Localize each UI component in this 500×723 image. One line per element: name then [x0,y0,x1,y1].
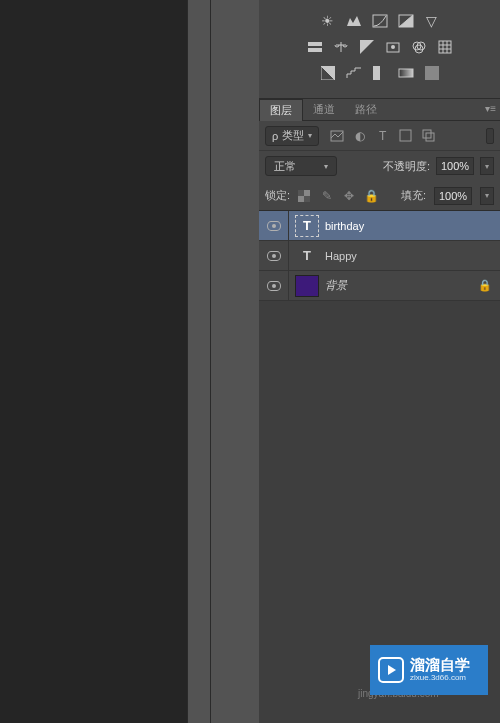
lookup-icon[interactable] [436,38,454,56]
svg-rect-10 [439,41,451,53]
filter-kind-label: 类型 [282,128,304,143]
panel-tabs: 图层 通道 路径 ▾≡ [259,99,500,121]
panel-divider [211,0,259,723]
layer-row[interactable]: 背景 🔒 [259,271,500,301]
bw-icon[interactable] [358,38,376,56]
svg-rect-17 [400,130,411,141]
layers-panel: ρ 类型 ▾ ◐ T 正常 ▾ 不透明度: 100% ▾ 锁定: [259,121,500,723]
adjustments-panel: ☀ ▽ [259,0,500,99]
lock-label: 锁定: [265,188,290,203]
visibility-toggle-icon[interactable] [267,221,281,231]
opacity-input[interactable]: 100% [436,157,474,175]
filter-adjust-icon[interactable]: ◐ [352,128,367,143]
tab-paths[interactable]: 路径 [345,99,387,120]
photo-filter-icon[interactable] [384,38,402,56]
levels-icon[interactable] [345,12,363,30]
panels-container: ☀ ▽ 图层 通道 路径 ▾≡ ρ [259,0,500,723]
filter-toggle[interactable] [486,128,494,144]
blend-mode-value: 正常 [274,159,296,174]
opacity-label: 不透明度: [383,159,430,174]
logo-main-text: 溜溜自学 [410,657,470,674]
opacity-chevron-icon[interactable]: ▾ [480,157,494,175]
gradient-map-icon[interactable] [397,64,415,82]
lock-row: 锁定: ✎ ✥ 🔒 填充: 100% ▾ [259,181,500,211]
filter-smart-icon[interactable] [421,128,436,143]
layer-thumbnail-text-icon: T [295,215,319,237]
play-icon [378,657,404,683]
svg-rect-18 [423,130,431,138]
blend-mode-select[interactable]: 正常 ▾ [265,156,337,176]
visibility-toggle-icon[interactable] [267,251,281,261]
filter-shape-icon[interactable] [398,128,413,143]
lock-pixels-icon[interactable]: ✎ [320,189,334,203]
search-icon: ρ [272,130,278,142]
chevron-down-icon: ▾ [324,162,328,171]
lock-icon: 🔒 [478,279,492,292]
layer-row[interactable]: T birthday [259,211,500,241]
layer-name[interactable]: birthday [325,220,500,232]
vibrance-icon[interactable]: ▽ [423,12,441,30]
svg-rect-19 [426,133,434,141]
layer-name[interactable]: Happy [325,250,500,262]
filter-text-icon[interactable]: T [375,128,390,143]
exposure-icon[interactable] [397,12,415,30]
visibility-toggle-icon[interactable] [267,281,281,291]
fill-chevron-icon[interactable]: ▾ [480,187,494,205]
svg-rect-14 [399,69,413,77]
filter-kind-select[interactable]: ρ 类型 ▾ [265,126,319,146]
curves-icon[interactable] [371,12,389,30]
logo-badge: 溜溜自学 zixue.3d66.com [370,645,488,695]
svg-rect-3 [308,46,322,48]
canvas-scrollbar[interactable] [187,0,211,723]
balance-icon[interactable] [332,38,350,56]
hue-icon[interactable] [306,38,324,56]
lock-transparent-icon[interactable] [298,190,312,202]
tab-layers[interactable]: 图层 [259,99,303,121]
chevron-down-icon: ▾ [308,131,312,140]
svg-rect-22 [304,196,310,202]
layer-thumbnail-swatch [295,275,319,297]
panel-menu-icon[interactable]: ▾≡ [485,103,496,114]
lock-position-icon[interactable]: ✥ [342,189,356,203]
filter-pixel-icon[interactable] [329,128,344,143]
svg-point-6 [391,45,395,49]
canvas-area [0,0,187,723]
svg-rect-15 [425,66,439,80]
layer-filter-row: ρ 类型 ▾ ◐ T [259,121,500,151]
threshold-icon[interactable] [371,64,389,82]
brightness-icon[interactable]: ☀ [319,12,337,30]
svg-rect-13 [380,66,387,80]
channel-mixer-icon[interactable] [410,38,428,56]
fill-input[interactable]: 100% [434,187,472,205]
svg-rect-21 [298,190,304,196]
invert-icon[interactable] [319,64,337,82]
tab-channels[interactable]: 通道 [303,99,345,120]
svg-rect-0 [373,15,387,27]
fill-label: 填充: [401,188,426,203]
layer-name[interactable]: 背景 [325,278,478,293]
layer-thumbnail-text-icon: T [295,245,319,267]
selective-color-icon[interactable] [423,64,441,82]
layer-row[interactable]: T Happy [259,241,500,271]
logo-sub-text: zixue.3d66.com [410,674,470,683]
blend-row: 正常 ▾ 不透明度: 100% ▾ [259,151,500,181]
lock-all-icon[interactable]: 🔒 [364,189,378,203]
posterize-icon[interactable] [345,64,363,82]
